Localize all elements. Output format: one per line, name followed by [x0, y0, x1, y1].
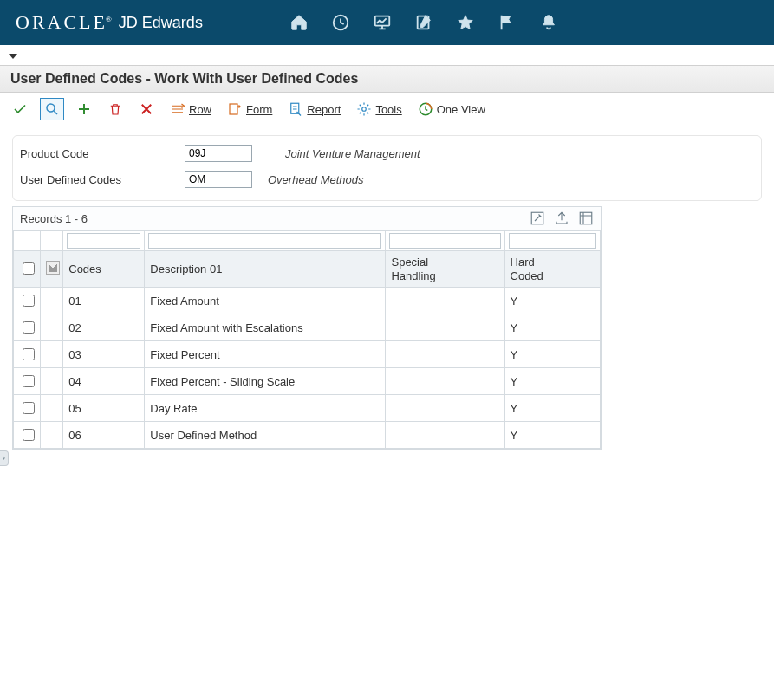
cell-code: 04	[63, 368, 145, 395]
side-collapse-handle[interactable]: ›	[0, 450, 9, 462]
svg-rect-9	[580, 212, 592, 224]
cell-hard: Y	[504, 395, 600, 422]
row-checkbox[interactable]	[23, 402, 35, 414]
recent-icon[interactable]	[331, 13, 350, 32]
app-banner: ORACLE® JD Edwards	[0, 0, 774, 45]
filter-panel: Product Code Joint Venture Management Us…	[12, 135, 762, 201]
row-checkbox[interactable]	[23, 295, 35, 307]
form-toolbar: Row Form Report Tools One View	[0, 93, 774, 126]
cell-hard: Y	[504, 422, 600, 449]
cell-hard: Y	[504, 314, 600, 341]
banner-icon-bar	[289, 13, 558, 32]
udc-desc: Overhead Methods	[268, 173, 364, 186]
row-menu-button[interactable]: Row	[166, 99, 215, 120]
row-checkbox[interactable]	[23, 429, 35, 441]
qbe-codes-input[interactable]	[67, 233, 140, 249]
grid-header-row: Codes Description 01 SpecialHandling Har…	[14, 251, 601, 288]
qbe-hard-input[interactable]	[509, 233, 596, 249]
cell-desc: User Defined Method	[145, 422, 386, 449]
report-menu-label: Report	[307, 103, 341, 116]
monitor-icon[interactable]	[373, 13, 392, 32]
breadcrumb-strip	[0, 45, 774, 66]
close-button[interactable]	[135, 99, 158, 120]
table-row[interactable]: 03Fixed PercentY	[14, 341, 601, 368]
cell-special	[386, 395, 504, 422]
cell-code: 02	[63, 314, 145, 341]
product-code-input[interactable]	[185, 145, 252, 162]
page-title: User Defined Codes - Work With User Defi…	[0, 66, 774, 93]
cell-special	[386, 368, 504, 395]
flag-icon[interactable]	[498, 13, 517, 32]
product-code-label: Product Code	[20, 147, 185, 160]
cell-code: 03	[63, 341, 145, 368]
oneview-menu-label: One View	[437, 103, 485, 116]
product-code-desc: Joint Venture Management	[285, 147, 420, 160]
tools-menu-button[interactable]: Tools	[353, 99, 405, 120]
udc-label: User Defined Codes	[20, 173, 185, 186]
breadcrumb-caret-icon[interactable]	[9, 54, 17, 59]
col-desc[interactable]: Description 01	[145, 251, 386, 288]
col-codes[interactable]: Codes	[63, 251, 145, 288]
product-name: JD Edwards	[119, 14, 203, 32]
form-menu-label: Form	[246, 103, 272, 116]
cell-desc: Fixed Percent	[145, 341, 386, 368]
cell-special	[386, 341, 504, 368]
row-checkbox[interactable]	[23, 348, 35, 360]
udc-input[interactable]	[185, 171, 252, 188]
maximize-grid-icon[interactable]	[578, 211, 594, 226]
cell-hard: Y	[504, 341, 600, 368]
report-menu-button[interactable]: Report	[284, 99, 344, 120]
cell-special	[386, 422, 504, 449]
edit-column-icon[interactable]	[46, 261, 60, 275]
table-row[interactable]: 06User Defined MethodY	[14, 422, 601, 449]
records-count: Records 1 - 6	[20, 212, 88, 225]
grid: Records 1 - 6	[12, 206, 602, 450]
row-checkbox[interactable]	[23, 321, 35, 334]
cell-special	[386, 288, 504, 314]
cell-desc: Fixed Amount with Escalations	[145, 314, 386, 341]
cell-desc: Fixed Amount	[145, 288, 386, 314]
bell-icon[interactable]	[539, 13, 558, 32]
table-row[interactable]: 05Day RateY	[14, 395, 601, 422]
qbe-row	[14, 231, 601, 251]
home-icon[interactable]	[289, 13, 309, 32]
col-special[interactable]: SpecialHandling	[386, 251, 504, 288]
row-menu-label: Row	[189, 103, 211, 116]
cell-hard: Y	[504, 368, 600, 395]
cell-special	[386, 314, 504, 341]
qbe-special-input[interactable]	[389, 233, 500, 249]
compose-icon[interactable]	[414, 13, 433, 32]
qbe-desc-input[interactable]	[148, 233, 381, 249]
customize-grid-icon[interactable]	[530, 211, 545, 226]
cell-code: 01	[63, 288, 145, 314]
row-checkbox[interactable]	[23, 375, 35, 387]
star-icon[interactable]	[456, 13, 475, 32]
cell-desc: Day Rate	[145, 395, 386, 422]
export-grid-icon[interactable]	[554, 211, 569, 226]
cell-code: 06	[63, 422, 145, 449]
col-hard[interactable]: HardCoded	[504, 251, 600, 288]
cell-desc: Fixed Percent - Sliding Scale	[145, 368, 386, 395]
oneview-menu-button[interactable]: One View	[414, 99, 489, 120]
form-menu-button[interactable]: Form	[224, 99, 276, 120]
find-button[interactable]	[40, 98, 64, 120]
svg-point-6	[362, 107, 367, 112]
tools-menu-label: Tools	[375, 103, 401, 116]
table-row[interactable]: 01Fixed AmountY	[14, 288, 601, 314]
svg-rect-4	[230, 104, 237, 114]
select-all-checkbox[interactable]	[23, 262, 35, 275]
svg-point-3	[47, 104, 55, 112]
svg-rect-1	[375, 16, 390, 26]
cell-hard: Y	[504, 288, 600, 314]
add-button[interactable]	[73, 99, 95, 120]
delete-button[interactable]	[104, 99, 127, 120]
cell-code: 05	[63, 395, 145, 422]
table-row[interactable]: 02Fixed Amount with EscalationsY	[14, 314, 601, 341]
oracle-logo: ORACLE®	[16, 11, 112, 34]
ok-button[interactable]	[9, 99, 31, 120]
table-row[interactable]: 04Fixed Percent - Sliding ScaleY	[14, 368, 601, 395]
